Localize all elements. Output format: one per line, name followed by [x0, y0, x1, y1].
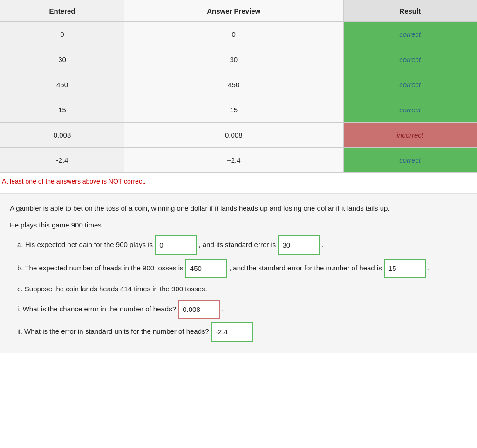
part-c-text: c. Suppose the coin lands heads 414 time… [17, 285, 207, 293]
cell-result: incorrect [343, 123, 477, 148]
cell-preview: 30 [124, 47, 343, 72]
part-a-mid: , and its standard error is [198, 241, 276, 248]
part-ci-prefix: i. What is the chance error in the numbe… [17, 305, 176, 313]
part-a-input1[interactable]: 0 [155, 235, 197, 255]
part-b-input1[interactable]: 450 [185, 259, 227, 278]
cell-result: correct [343, 72, 477, 97]
results-table: Entered Answer Preview Result 00correct3… [0, 0, 477, 173]
cell-preview: −2.4 [124, 148, 343, 173]
part-c-row: c. Suppose the coin lands heads 414 time… [17, 282, 467, 296]
cell-result: correct [343, 97, 477, 123]
cell-preview: 0 [124, 22, 343, 47]
part-a-suffix: . [322, 241, 324, 248]
problem-intro2: He plays this game 900 times. [10, 219, 467, 231]
part-ci-suffix: . [222, 305, 224, 313]
part-b-prefix: b. The expected number of heads in the 9… [17, 264, 184, 272]
table-row: 1515correct [0, 97, 477, 123]
cell-result: correct [343, 47, 477, 72]
table-row: 450450correct [0, 72, 477, 97]
table-row: -2.4−2.4correct [0, 148, 477, 173]
part-a-input2[interactable]: 30 [278, 235, 320, 255]
header-preview: Answer Preview [124, 0, 343, 22]
table-row: 0.0080.008incorrect [0, 123, 477, 148]
problem-section: A gambler is able to bet on the toss of … [0, 193, 477, 353]
warning-message: At least one of the answers above is NOT… [0, 174, 477, 189]
part-ci-row: i. What is the chance error in the numbe… [17, 300, 467, 319]
cell-entered: 450 [0, 72, 124, 97]
part-cii-row: ii. What is the error in standard units … [17, 322, 467, 342]
cell-entered: 0.008 [0, 123, 124, 148]
part-b-input2[interactable]: 15 [384, 259, 426, 278]
cell-entered: 15 [0, 97, 124, 123]
part-a-row: a. His expected net gain for the 900 pla… [17, 235, 467, 255]
header-result: Result [343, 0, 477, 22]
cell-result: correct [343, 148, 477, 173]
header-entered: Entered [0, 0, 124, 22]
cell-preview: 450 [124, 72, 343, 97]
table-row: 3030correct [0, 47, 477, 72]
part-b-row: b. The expected number of heads in the 9… [17, 259, 467, 278]
part-cii-prefix: ii. What is the error in standard units … [17, 327, 209, 335]
part-b-mid: , and the standard error for the number … [229, 264, 382, 272]
table-row: 00correct [0, 22, 477, 47]
cell-preview: 0.008 [124, 123, 343, 148]
cell-entered: -2.4 [0, 148, 124, 173]
part-b-suffix: . [428, 264, 429, 272]
problem-intro1: A gambler is able to bet on the toss of … [10, 202, 467, 214]
cell-entered: 0 [0, 22, 124, 47]
cell-result: correct [343, 22, 477, 47]
part-ci-input[interactable]: 0.008 [178, 300, 220, 319]
cell-entered: 30 [0, 47, 124, 72]
part-cii-input[interactable]: -2.4 [211, 322, 253, 342]
cell-preview: 15 [124, 97, 343, 123]
part-a-prefix: a. His expected net gain for the 900 pla… [17, 241, 153, 248]
